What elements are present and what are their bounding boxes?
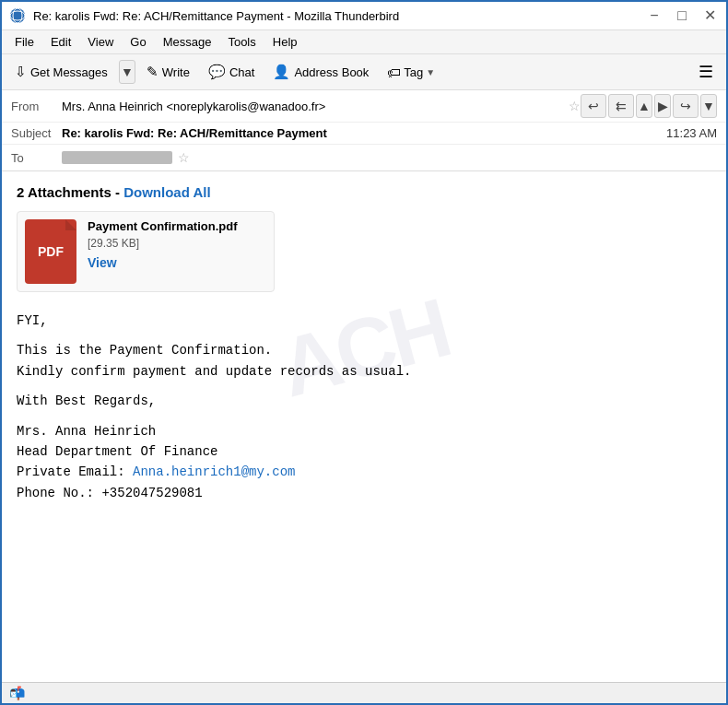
to-star-icon[interactable]: ☆ xyxy=(178,150,190,165)
from-content: Mrs. Anna Heinrich <noreplykarolis@wanad… xyxy=(62,99,581,113)
app-icon xyxy=(9,7,26,24)
body-text: FYI, This is the Payment Confirmation. K… xyxy=(17,311,711,503)
write-label: Write xyxy=(162,65,190,79)
to-row: To ☆ xyxy=(2,145,726,170)
phone-label: Phone No.: xyxy=(17,486,101,500)
email-content: 2 Attachments - Download All PDF Payment… xyxy=(17,184,711,503)
tag-label: Tag xyxy=(404,65,423,79)
address-book-label: Address Book xyxy=(294,65,369,79)
get-messages-label: Get Messages xyxy=(30,65,108,79)
sender-title: Head Department Of Finance xyxy=(17,444,217,459)
nav-forward-button[interactable]: ▶ xyxy=(654,94,671,118)
body-line2: Kindly confirm payment and update record… xyxy=(17,364,411,379)
window-title: Re: karolis Fwd: Re: ACH/Remittance Paym… xyxy=(33,9,645,23)
from-star-icon[interactable]: ☆ xyxy=(569,99,581,113)
maximize-button[interactable]: □ xyxy=(673,8,691,23)
tag-dropdown-arrow: ▼ xyxy=(426,67,435,77)
private-email-link[interactable]: Anna.heinrich1@my.com xyxy=(133,464,295,479)
reply-button[interactable]: ↩ xyxy=(581,94,606,118)
forward-button[interactable]: ↪ xyxy=(673,94,699,118)
status-bar: 📬 xyxy=(2,682,726,703)
sender-name: Mrs. Anna Heinrich xyxy=(17,424,156,439)
to-label: To xyxy=(11,151,62,165)
body-signature: Mrs. Anna Heinrich Head Department Of Fi… xyxy=(17,421,711,504)
attachment-filename: Payment Confirmation.pdf xyxy=(88,219,266,233)
pdf-icon: PDF xyxy=(25,219,76,284)
email-body: ACH 2 Attachments - Download All PDF Pay… xyxy=(2,171,726,525)
reply-all-button[interactable]: ⇇ xyxy=(608,94,634,118)
from-actions: ↩ ⇇ ▲ ▶ ↪ ▼ xyxy=(581,94,717,118)
write-icon: ✎ xyxy=(147,64,159,80)
title-bar: Re: karolis Fwd: Re: ACH/Remittance Paym… xyxy=(2,2,726,30)
email-headers: From Mrs. Anna Heinrich <noreplykarolis@… xyxy=(2,90,726,171)
more-actions-dropdown[interactable]: ▼ xyxy=(700,94,717,118)
subject-row: Subject Re: karolis Fwd: Re: ACH/Remitta… xyxy=(2,123,726,145)
close-button[interactable]: ✕ xyxy=(700,8,719,23)
menu-help[interactable]: Help xyxy=(265,32,305,52)
svg-point-0 xyxy=(10,8,25,23)
pdf-label: PDF xyxy=(38,244,64,259)
chat-icon: 💬 xyxy=(208,64,226,80)
toolbar: ⇩ Get Messages ▼ ✎ Write 💬 Chat 👤 Addres… xyxy=(2,54,726,90)
get-messages-icon: ⇩ xyxy=(15,64,27,80)
write-button[interactable]: ✎ Write xyxy=(139,60,197,84)
from-row: From Mrs. Anna Heinrich <noreplykarolis@… xyxy=(2,90,726,123)
nav-back-button[interactable]: ▲ xyxy=(636,94,652,118)
body-paragraph: This is the Payment Confirmation. Kindly… xyxy=(17,340,711,382)
body-line1: This is the Payment Confirmation. xyxy=(17,343,272,358)
chat-button[interactable]: 💬 Chat xyxy=(201,60,262,84)
subject-label: Subject xyxy=(11,126,62,140)
menu-message[interactable]: Message xyxy=(156,32,219,52)
menu-view[interactable]: View xyxy=(80,32,121,52)
menu-edit[interactable]: Edit xyxy=(43,32,78,52)
attachments-separator: - xyxy=(115,184,123,200)
attachment-size: [29.35 KB] xyxy=(88,237,266,250)
tag-icon: 🏷 xyxy=(387,65,401,80)
get-messages-button[interactable]: ⇩ Get Messages xyxy=(7,60,115,84)
from-label: From xyxy=(11,100,62,113)
attachment-view-link[interactable]: View xyxy=(88,255,117,270)
email-body-container[interactable]: ACH 2 Attachments - Download All PDF Pay… xyxy=(2,171,726,682)
download-all-link[interactable]: Download All xyxy=(123,184,210,200)
menu-file[interactable]: File xyxy=(7,32,41,52)
subject-value: Re: karolis Fwd: Re: ACH/Remittance Paym… xyxy=(62,126,666,140)
body-closing: With Best Regards, xyxy=(17,391,711,411)
attachments-word: Attachments xyxy=(28,184,112,200)
tag-button[interactable]: 🏷 Tag ▼ xyxy=(380,61,442,84)
from-value: Mrs. Anna Heinrich <noreplykarolis@wanad… xyxy=(62,100,563,113)
attachments-header: 2 Attachments - Download All xyxy=(17,184,711,200)
address-book-button[interactable]: 👤 Address Book xyxy=(265,60,376,84)
menu-tools[interactable]: Tools xyxy=(220,32,263,52)
address-book-icon: 👤 xyxy=(273,64,290,80)
main-window: Re: karolis Fwd: Re: ACH/Remittance Paym… xyxy=(0,0,728,705)
phone-number: +352047529081 xyxy=(101,486,202,500)
private-email-label: Private Email: xyxy=(17,464,133,479)
to-value-redacted xyxy=(62,151,172,164)
signal-icon: 📬 xyxy=(9,686,25,700)
hamburger-menu[interactable]: ☰ xyxy=(691,58,721,86)
body-greeting: FYI, xyxy=(17,311,711,331)
menu-go[interactable]: Go xyxy=(123,32,153,52)
menu-bar: File Edit View Go Message Tools Help xyxy=(2,30,726,54)
email-time: 11:23 AM xyxy=(666,126,717,140)
attachment-info: Payment Confirmation.pdf [29.35 KB] View xyxy=(88,219,266,270)
attachment-card: PDF Payment Confirmation.pdf [29.35 KB] … xyxy=(17,211,275,292)
minimize-button[interactable]: − xyxy=(645,8,663,23)
window-controls: − □ ✕ xyxy=(645,8,719,23)
chat-label: Chat xyxy=(229,65,254,79)
get-messages-dropdown[interactable]: ▼ xyxy=(119,60,135,84)
attachment-count: 2 xyxy=(17,184,24,200)
